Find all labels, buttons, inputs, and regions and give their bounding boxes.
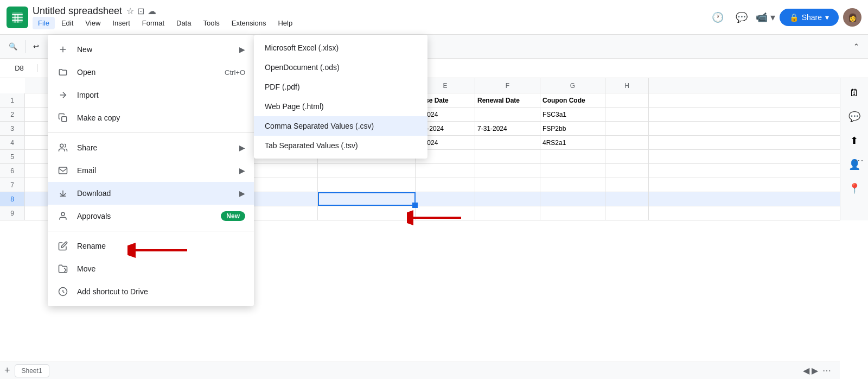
cell-G4[interactable]: 4RS2a1 — [540, 136, 605, 149]
doc-title: Untitled spreadsheet ☆ ⊡ ☁ — [33, 5, 704, 17]
new-arrow: ▶ — [239, 45, 245, 54]
lock-icon: 🔒 — [789, 13, 799, 22]
meet-icon[interactable]: 📹 ▾ — [756, 8, 775, 27]
cell-G1[interactable]: Coupon Code — [540, 93, 605, 107]
cell-H1[interactable] — [605, 93, 649, 107]
menu-insert[interactable]: Insert — [107, 17, 136, 29]
cell-G5[interactable] — [540, 150, 605, 163]
cell-E7[interactable] — [416, 178, 475, 192]
svg-point-4 — [60, 144, 63, 147]
menu-option-shortcut[interactable]: Add shortcut to Drive — [48, 280, 254, 303]
scroll-left-icon[interactable]: ◀ — [803, 365, 809, 376]
scroll-right-icon[interactable]: ▶ — [812, 365, 818, 376]
search-btn[interactable]: 🔍 — [5, 40, 21, 53]
menu-help[interactable]: Help — [272, 17, 298, 29]
move-icon[interactable]: ⊡ — [137, 6, 144, 16]
doc-title-text[interactable]: Untitled spreadsheet — [33, 5, 122, 17]
cell-E8[interactable] — [416, 192, 475, 206]
cell-H7[interactable] — [605, 178, 649, 192]
tsv-label: Tab Separated Values (.tsv) — [265, 141, 358, 150]
cell-F5[interactable] — [475, 150, 540, 163]
cell-F9[interactable] — [475, 206, 540, 220]
cell-E6[interactable] — [416, 164, 475, 178]
cell-G6[interactable] — [540, 164, 605, 178]
menu-option-copy[interactable]: Make a copy — [48, 106, 254, 129]
menu-option-import[interactable]: Import — [48, 84, 254, 106]
more-options-icon[interactable]: ⋯ — [854, 154, 864, 166]
submenu-xlsx[interactable]: Microsoft Excel (.xlsx) — [254, 38, 427, 58]
bottom-bar: + Sheet1 ◀ ▶ ⋯ — [0, 362, 840, 379]
menu-import-label: Import — [77, 91, 245, 99]
cell-F4[interactable] — [475, 136, 540, 149]
menu-file[interactable]: File — [33, 17, 55, 29]
menu-view[interactable]: View — [80, 17, 106, 29]
sheet-tab-1[interactable]: Sheet1 — [15, 364, 49, 377]
undo-btn[interactable]: ↩ — [30, 40, 42, 53]
cell-H6[interactable] — [605, 164, 649, 178]
upload-sidebar-icon[interactable]: ⬆ — [844, 130, 865, 151]
menu-option-download[interactable]: Download ▶ — [48, 182, 254, 205]
cell-F3[interactable]: 7-31-2024 — [475, 122, 540, 135]
cell-H2[interactable] — [605, 108, 649, 121]
cell-ref[interactable]: D8 — [5, 64, 38, 72]
history-icon[interactable]: 🕐 — [708, 8, 727, 27]
submenu-pdf[interactable]: PDF (.pdf) — [254, 77, 427, 97]
cell-G9[interactable] — [540, 206, 605, 220]
open-icon — [56, 66, 69, 79]
chat-sidebar-icon[interactable]: 💬 — [844, 106, 865, 127]
cell-F6[interactable] — [475, 164, 540, 178]
cell-D9[interactable] — [318, 206, 416, 220]
menu-move-label: Move — [77, 264, 245, 273]
cell-D8-selected[interactable] — [318, 192, 416, 206]
cell-F8[interactable] — [475, 192, 540, 206]
calendar-sidebar-icon[interactable]: 🗓 — [844, 83, 865, 103]
cell-G2[interactable]: FSC3a1 — [540, 108, 605, 121]
top-right: 🕐 💬 📹 ▾ 🔒 Share ▾ 👩 — [708, 8, 861, 27]
menu-option-approvals[interactable]: Approvals New — [48, 205, 254, 228]
xlsx-label: Microsoft Excel (.xlsx) — [265, 43, 339, 52]
avatar[interactable]: 👩 — [843, 8, 861, 27]
share-button[interactable]: 🔒 Share ▾ — [780, 9, 839, 26]
toolbar-right: ⌃ — [850, 40, 863, 53]
menu-data[interactable]: Data — [171, 17, 196, 29]
menu-option-share[interactable]: Share ▶ — [48, 136, 254, 159]
maps-sidebar-icon[interactable]: 📍 — [844, 178, 865, 199]
copy-icon — [56, 111, 69, 124]
submenu-html[interactable]: Web Page (.html) — [254, 97, 427, 116]
cell-F1[interactable]: Renewal Date — [475, 93, 540, 107]
menu-option-open[interactable]: Open Ctrl+O — [48, 61, 254, 84]
submenu-ods[interactable]: OpenDocument (.ods) — [254, 58, 427, 77]
collapse-btn[interactable]: ⌃ — [850, 40, 863, 53]
sheet-tabs: Sheet1 — [15, 364, 49, 377]
menu-option-email[interactable]: Email ▶ — [48, 159, 254, 182]
menu-new-label: New — [77, 45, 239, 54]
cell-F7[interactable] — [475, 178, 540, 192]
cell-H5[interactable] — [605, 150, 649, 163]
svg-point-6 — [61, 212, 65, 216]
star-icon[interactable]: ☆ — [126, 6, 134, 16]
cell-D6[interactable] — [318, 164, 416, 178]
cell-H8[interactable] — [605, 192, 649, 206]
more-sheets-icon[interactable]: ⋯ — [822, 365, 831, 376]
cell-D7[interactable] — [318, 178, 416, 192]
cell-G8[interactable] — [540, 192, 605, 206]
menu-extensions[interactable]: Extensions — [226, 17, 272, 29]
cell-H9[interactable] — [605, 206, 649, 220]
menu-option-new[interactable]: New ▶ — [48, 38, 254, 61]
share-label: Share — [802, 13, 822, 22]
cell-G3[interactable]: FSP2bb — [540, 122, 605, 135]
submenu-csv[interactable]: Comma Separated Values (.csv) — [254, 116, 427, 136]
menu-format[interactable]: Format — [137, 17, 170, 29]
cell-G7[interactable] — [540, 178, 605, 192]
menu-edit[interactable]: Edit — [56, 17, 79, 29]
cell-H3[interactable] — [605, 122, 649, 135]
comment-icon[interactable]: 💬 — [732, 8, 751, 27]
menu-tools[interactable]: Tools — [197, 17, 225, 29]
add-sheet-btn[interactable]: + — [4, 365, 10, 376]
cell-F2[interactable] — [475, 108, 540, 121]
submenu-tsv[interactable]: Tab Separated Values (.tsv) — [254, 136, 427, 155]
move-folder-icon — [56, 262, 69, 275]
menu-shortcut-label: Add shortcut to Drive — [77, 287, 245, 296]
cloud-icon[interactable]: ☁ — [148, 6, 156, 16]
cell-H4[interactable] — [605, 136, 649, 149]
